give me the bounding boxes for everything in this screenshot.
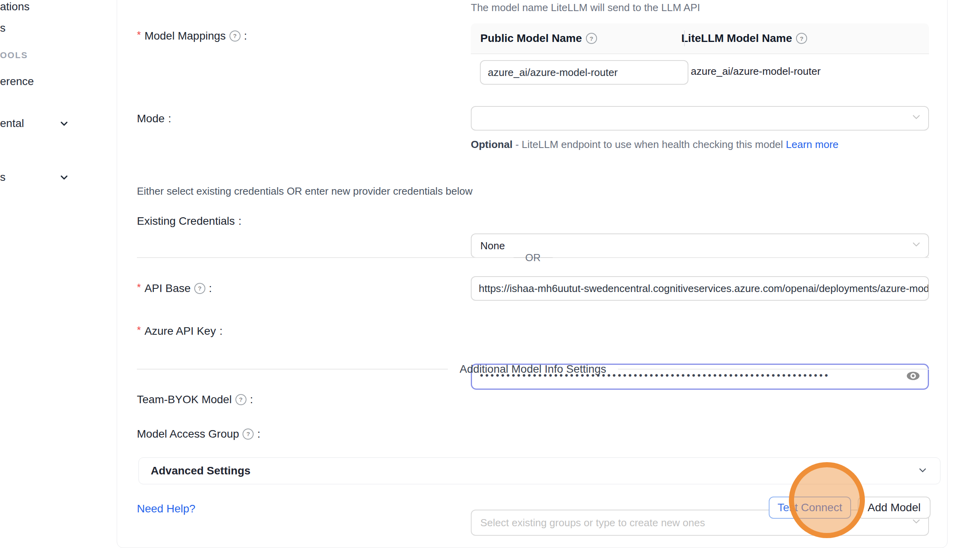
mode-label: Mode : — [137, 112, 171, 125]
azure-api-key-label: * Azure API Key : — [137, 324, 222, 338]
help-icon[interactable]: ? — [243, 429, 254, 440]
learn-more-link[interactable]: Learn more — [786, 138, 838, 150]
api-base-label: * API Base ? : — [137, 282, 212, 295]
chevron-down-icon — [917, 465, 928, 477]
mode-helper-text: Optional - LiteLLM endpoint to use when … — [471, 137, 924, 152]
help-icon[interactable]: ? — [194, 283, 205, 294]
add-model-page: ations s OOLS erence ental s The model n… — [0, 0, 980, 548]
required-asterisk: * — [137, 323, 141, 337]
add-model-button[interactable]: Add Model — [858, 497, 931, 519]
model-name-hint: The model name LiteLLM will send to the … — [471, 1, 700, 14]
api-base-input[interactable]: https://ishaa-mh6uutut-swedencentral.cog… — [471, 276, 929, 301]
help-icon[interactable]: ? — [796, 33, 807, 44]
chevron-down-icon — [911, 112, 922, 125]
public-model-name-input[interactable]: azure_ai/azure-model-router — [480, 60, 688, 85]
help-icon[interactable]: ? — [229, 30, 241, 42]
advanced-settings-header[interactable]: Advanced Settings — [138, 457, 940, 484]
sidebar-item-api-reference[interactable]: erence — [0, 75, 34, 88]
litellm-model-name-value: azure_ai/azure-model-router — [691, 65, 821, 78]
sidebar: ations s OOLS erence ental s — [0, 0, 104, 548]
litellm-model-name-header: LiteLLM Model Name ? — [675, 32, 807, 45]
sidebar-section-tools: OOLS — [0, 50, 28, 61]
model-mappings-label: * Model Mappings ? : — [137, 29, 247, 43]
required-asterisk: * — [137, 281, 141, 294]
additional-info-divider: Additional Model Info Settings — [137, 362, 929, 376]
credentials-note: Either select existing credentials OR en… — [137, 184, 472, 198]
help-icon[interactable]: ? — [586, 33, 597, 44]
public-model-name-header: Public Model Name ? — [471, 32, 675, 45]
model-access-group-label: Model Access Group ? : — [137, 427, 260, 441]
sidebar-item-experimental[interactable]: ental — [0, 117, 24, 130]
table-row: azure_ai/azure-model-router azure_ai/azu… — [471, 54, 929, 98]
test-connect-button[interactable]: Test Connect — [769, 497, 851, 519]
mode-select[interactable] — [471, 106, 929, 131]
or-divider: OR — [137, 251, 929, 264]
sidebar-item-users[interactable]: s — [0, 21, 6, 35]
required-asterisk: * — [137, 28, 141, 42]
chevron-down-icon — [59, 172, 70, 184]
sidebar-item-organizations[interactable]: ations — [0, 0, 30, 13]
need-help-link[interactable]: Need Help? — [137, 502, 195, 515]
model-mappings-table: Public Model Name ? LiteLLM Model Name ?… — [471, 23, 929, 98]
table-header: Public Model Name ? LiteLLM Model Name ? — [471, 23, 929, 54]
sidebar-item-settings[interactable]: s — [0, 171, 6, 184]
existing-credentials-label: Existing Credentials : — [137, 214, 241, 228]
column-divider — [684, 30, 685, 46]
help-icon[interactable]: ? — [235, 394, 246, 405]
chevron-down-icon — [59, 118, 70, 131]
team-byok-label: Team-BYOK Model ? : — [137, 393, 253, 406]
